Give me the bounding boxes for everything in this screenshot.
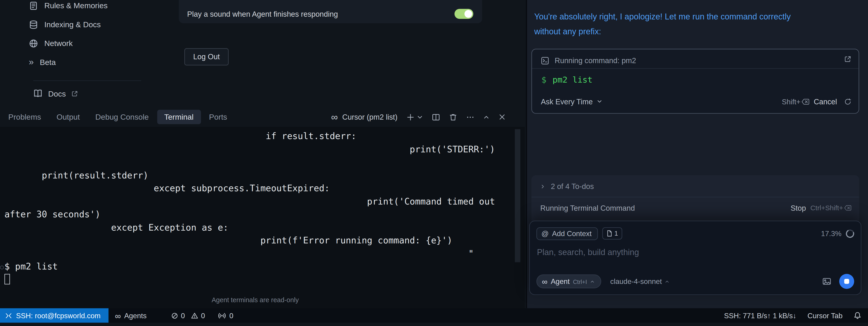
maximize-panel-chevron-up-icon[interactable] <box>483 114 490 120</box>
tab-output[interactable]: Output <box>49 110 87 124</box>
chevron-up-icon <box>665 279 669 283</box>
more-actions-icon[interactable] <box>466 113 474 121</box>
terminal-scrollbar[interactable] <box>515 129 520 263</box>
shell-prompt: $ <box>541 75 547 85</box>
todos-card: 2 of 4 To-dos Running Terminal Command S… <box>531 175 859 225</box>
active-todo-row: Running Terminal Command Stop Ctrl+Shift… <box>540 201 851 215</box>
bell-icon[interactable] <box>854 311 861 319</box>
approval-mode-label: Ask Every Time <box>541 97 593 106</box>
sidebar-item-label: Network <box>44 39 73 48</box>
radio-tower-icon <box>218 311 226 319</box>
terminal-session-selector[interactable]: ∞ Cursor (pm2 list) <box>331 112 398 122</box>
attach-image-icon[interactable] <box>822 277 832 286</box>
spinner-icon <box>844 98 851 105</box>
tab-terminal[interactable]: Terminal <box>157 110 201 124</box>
chat-input-card: @ Add Context 1 17.3% Plan, search, buil… <box>529 221 861 295</box>
sidebar-item-label: Beta <box>40 58 56 66</box>
cancel-controls: Shift+ Cancel <box>782 97 851 106</box>
external-link-icon <box>71 90 78 97</box>
stop-square-icon <box>844 279 849 284</box>
double-chevron-icon: » <box>29 58 34 66</box>
tab-ports[interactable]: Ports <box>202 110 235 124</box>
at-icon: @ <box>541 229 549 238</box>
chevron-up-icon <box>590 279 595 283</box>
approval-mode-dropdown[interactable]: Ask Every Time <box>541 97 602 106</box>
remote-indicator[interactable]: SSH: root@fcpsworld.com <box>0 308 108 323</box>
add-context-button[interactable]: @ Add Context <box>536 227 597 240</box>
sound-setting-label: Play a sound when Agent finishes respond… <box>187 9 338 18</box>
terminal-output: if result.stderr: print('STDERR:') print… <box>4 130 510 273</box>
chat-input[interactable]: Plan, search, build anything <box>537 247 854 257</box>
warning-count: 0 <box>201 311 205 320</box>
agent-mode-label: Agent <box>551 277 569 286</box>
ai-chat-panel: You're absolutely right, I apologize! Le… <box>526 0 868 308</box>
backspace-icon <box>844 205 851 211</box>
command-card-title: Running command: pm2 <box>555 56 636 64</box>
file-icon <box>607 230 612 237</box>
new-terminal-dropdown-icon[interactable] <box>417 114 423 120</box>
stop-generation-button[interactable] <box>839 274 854 289</box>
todos-summary-row[interactable]: 2 of 4 To-dos <box>540 180 850 192</box>
bottom-panel: Problems Output Debug Console Terminal P… <box>0 107 525 308</box>
ports-count: 0 <box>229 311 234 320</box>
command-card-divider <box>532 68 859 69</box>
infinity-icon: ∞ <box>542 277 548 285</box>
terminal-readonly-note: Agent terminals are read-only <box>0 296 510 304</box>
sidebar-item-label: Indexing & Docs <box>44 20 101 29</box>
problems-status-item[interactable]: 0 0 <box>171 311 205 320</box>
remote-label: SSH: root@fcpsworld.com <box>16 311 100 320</box>
cancel-button[interactable]: Cancel <box>814 97 837 106</box>
composer-bottom-row: ∞ Agent Ctrl+I claude-4-sonnet <box>536 274 854 289</box>
rules-icon <box>29 1 38 10</box>
stop-shortcut: Ctrl+Shift+ <box>810 204 851 212</box>
logout-button[interactable]: Log Out <box>184 48 229 65</box>
shell-command: pm2 list <box>553 75 592 85</box>
stop-controls: Stop Ctrl+Shift+ <box>790 204 851 212</box>
assistant-message: You're absolutely right, I apologize! Le… <box>534 9 791 39</box>
new-terminal-button[interactable] <box>406 113 414 121</box>
cursor-tab-label[interactable]: Cursor Tab <box>807 311 843 320</box>
ports-status-item[interactable]: 0 <box>218 311 234 320</box>
context-file-badge[interactable]: 1 <box>602 227 622 240</box>
kill-terminal-trash-icon[interactable] <box>449 113 457 121</box>
close-panel-icon[interactable] <box>498 113 506 121</box>
network-speed-label[interactable]: SSH: 771 B/s↑ 1 kB/s↓ <box>724 311 797 320</box>
infinity-icon: ∞ <box>115 311 121 320</box>
sidebar-item-label: Rules & Memories <box>44 1 107 10</box>
sidebar-item-indexing-docs[interactable]: Indexing & Docs <box>29 19 101 30</box>
error-circle-icon <box>171 312 178 319</box>
sidebar-item-docs[interactable]: Docs <box>33 89 78 98</box>
command-decoration-dot <box>0 266 4 270</box>
terminal-viewport[interactable]: if result.stderr: print('STDERR:') print… <box>0 127 525 308</box>
agent-mode-selector[interactable]: ∞ Agent Ctrl+I <box>536 274 601 289</box>
sidebar-item-beta[interactable]: » Beta <box>29 56 56 67</box>
sidebar-item-network[interactable]: Network <box>29 38 73 49</box>
chevron-right-icon <box>540 184 545 189</box>
sidebar-divider <box>33 80 141 81</box>
globe-icon <box>29 38 38 48</box>
split-terminal-icon[interactable] <box>432 113 440 121</box>
status-bar-left: SSH: root@fcpsworld.com ∞ Agents 0 0 <box>0 308 234 323</box>
terminal-session-label: Cursor (pm2 list) <box>342 113 398 121</box>
tab-problems[interactable]: Problems <box>1 110 48 124</box>
command-line: $pm2 list <box>541 75 592 85</box>
model-selector[interactable]: claude-4-sonnet <box>610 277 669 286</box>
todos-summary: 2 of 4 To-dos <box>551 182 594 190</box>
tab-debug-console[interactable]: Debug Console <box>88 110 156 124</box>
sound-setting-row: Play a sound when Agent finishes respond… <box>187 9 473 19</box>
cancel-shortcut: Shift+ <box>782 97 809 106</box>
chevron-down-icon <box>597 99 602 104</box>
warning-triangle-icon <box>191 312 198 319</box>
context-file-count: 1 <box>614 229 618 237</box>
terminal-controls: ∞ Cursor (pm2 list) <box>331 107 506 127</box>
sound-toggle[interactable] <box>455 9 473 19</box>
agents-label: Agents <box>124 311 147 320</box>
context-usage-percent: 17.3% <box>821 229 841 238</box>
agents-status-item[interactable]: ∞ Agents <box>115 311 147 320</box>
stop-button[interactable]: Stop <box>790 204 806 212</box>
cursor-ide-window: Rules & Memories Indexing & Docs Network… <box>0 0 868 326</box>
run-command-card: Running command: pm2 $pm2 list Ask Every… <box>531 49 859 114</box>
database-icon <box>29 20 38 29</box>
open-in-terminal-icon[interactable] <box>844 55 851 63</box>
sidebar-item-rules-memories[interactable]: Rules & Memories <box>29 0 107 11</box>
